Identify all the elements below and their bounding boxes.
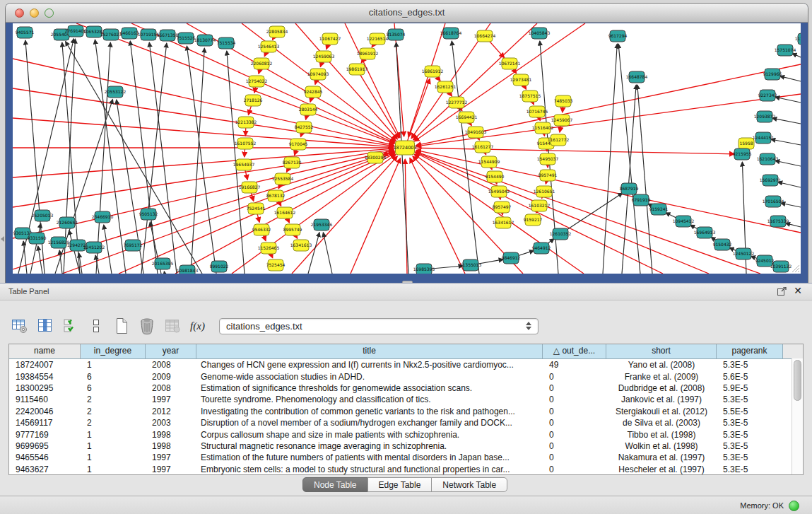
graph-node[interactable]: 8957491 xyxy=(539,170,558,181)
column-header-title[interactable]: title xyxy=(196,344,543,358)
graph-node[interactable]: 7515534 xyxy=(217,37,236,49)
float-window-icon[interactable] xyxy=(777,287,787,296)
graph-node[interactable]: 11544909 xyxy=(478,156,500,168)
graph-node[interactable]: 12610651 xyxy=(534,186,555,197)
graph-node[interactable]: 16694421 xyxy=(456,112,478,123)
graph-node[interactable]: 11675339 xyxy=(767,216,789,227)
graph-node[interactable]: 9331590 xyxy=(28,233,47,244)
graph-edge[interactable] xyxy=(780,76,801,81)
graph-node[interactable]: 10974093 xyxy=(307,69,329,80)
graph-edge[interactable] xyxy=(792,54,801,57)
column-header-in-degree[interactable]: in_degree xyxy=(81,344,146,358)
graph-node[interactable]: 12093872 xyxy=(754,111,776,122)
resize-grip-icon[interactable] xyxy=(790,263,800,273)
graph-node[interactable]: 12754022 xyxy=(246,76,268,87)
graph-node[interactable]: 19654937 xyxy=(233,159,255,170)
graph-node[interactable]: 9405571 xyxy=(16,27,35,38)
table-row[interactable]: 2242004622012Investigating the contribut… xyxy=(9,406,803,417)
graph-node[interactable]: 20165395 xyxy=(152,258,174,269)
graph-node[interactable]: 9170045 xyxy=(289,139,308,150)
graph-edge[interactable] xyxy=(351,158,401,274)
graph-edge[interactable] xyxy=(415,153,663,274)
graph-node[interactable]: 12459063 xyxy=(313,51,335,62)
tab-node-table[interactable]: Node Table xyxy=(302,477,368,492)
new-column-button[interactable] xyxy=(112,317,131,336)
graph-node[interactable]: 12213382 xyxy=(235,117,257,128)
graph-node[interactable]: 16107552 xyxy=(235,138,257,149)
graph-node[interactable]: 9546332 xyxy=(252,224,271,235)
graph-node[interactable]: 12277712 xyxy=(446,97,468,108)
graph-node[interactable]: 12973481 xyxy=(510,74,532,86)
graph-node[interactable]: 16671358 xyxy=(157,30,179,41)
graph-edge[interactable] xyxy=(96,42,110,274)
graph-edge[interactable] xyxy=(775,97,801,103)
graph-node[interactable]: 16161277 xyxy=(472,141,494,153)
graph-node[interactable]: 9464912 xyxy=(532,243,551,254)
graph-node[interactable]: 9245012 xyxy=(755,255,775,267)
close-window-icon[interactable] xyxy=(15,8,24,18)
delete-column-button[interactable] xyxy=(137,317,156,336)
graph-node[interactable]: 17016504 xyxy=(763,196,784,207)
table-row[interactable]: 946554611997Estimation of the future num… xyxy=(9,452,803,463)
graph-edge[interactable] xyxy=(622,85,636,274)
tab-network-table[interactable]: Network Table xyxy=(431,477,507,492)
graph-edge[interactable] xyxy=(603,44,617,274)
graph-node[interactable]: 18757515 xyxy=(519,90,541,102)
graph-node[interactable]: 7525454 xyxy=(266,259,286,271)
graph-node[interactable]: 15276023 xyxy=(100,29,122,40)
graph-node[interactable]: 12459067 xyxy=(551,115,573,126)
column-header-short[interactable]: short xyxy=(606,344,717,358)
graph-node[interactable]: 15958 xyxy=(739,138,754,149)
close-panel-icon[interactable]: ✕ xyxy=(794,285,802,296)
graph-node[interactable]: 16341613 xyxy=(290,240,312,251)
graph-node[interactable]: 12553584 xyxy=(272,173,294,185)
graph-edge[interactable] xyxy=(104,225,112,274)
graph-edge[interactable] xyxy=(38,246,42,274)
graph-node[interactable]: 22060812 xyxy=(251,58,273,69)
table-row[interactable]: 946362711997Embryonic stem cells: a mode… xyxy=(9,464,803,475)
graph-edge[interactable] xyxy=(452,41,479,274)
table-mode-button[interactable] xyxy=(10,317,29,336)
graph-node[interactable]: 16210643 xyxy=(757,153,779,165)
graph-node[interactable]: 7695172 xyxy=(124,240,143,251)
graph-node[interactable]: 15495042 xyxy=(488,186,510,197)
graph-node[interactable]: 21953346 xyxy=(311,219,333,230)
graph-node[interactable]: 8957497 xyxy=(493,201,512,213)
graph-node[interactable]: 15495037 xyxy=(537,153,559,165)
graph-node[interactable]: 16618764 xyxy=(440,28,462,39)
match-checks-button[interactable] xyxy=(61,317,80,336)
graph-node[interactable]: 9215955 xyxy=(733,148,752,160)
graph-node[interactable]: 12450122 xyxy=(733,248,755,259)
graph-node[interactable]: 16341617 xyxy=(493,217,514,228)
graph-node[interactable]: 25205013 xyxy=(32,210,54,221)
graph-edge[interactable] xyxy=(775,160,801,166)
graph-edge[interactable] xyxy=(405,148,734,154)
graph-node[interactable]: 8267130 xyxy=(283,157,302,168)
graph-node[interactable]: 9617294 xyxy=(608,30,628,42)
graph-edge[interactable] xyxy=(778,182,801,187)
graph-node[interactable]: 2718126 xyxy=(244,95,263,106)
graph-node[interactable]: 10981843 xyxy=(177,265,199,274)
graph-node[interactable]: 20553122 xyxy=(105,86,126,98)
graph-node[interactable]: 8678132 xyxy=(266,190,286,201)
graph-edge[interactable] xyxy=(164,271,165,274)
table-row[interactable]: 1872400712008Changes of HCN gene express… xyxy=(9,359,803,370)
graph-node[interactable]: 11526465 xyxy=(258,243,280,254)
graph-node[interactable]: 10672141 xyxy=(499,58,521,69)
graph-node[interactable]: 19166827 xyxy=(239,182,261,193)
graph-node[interactable]: 15692971 xyxy=(760,175,782,186)
row-height-button[interactable] xyxy=(86,317,105,336)
graph-node[interactable]: 12546413 xyxy=(258,41,280,52)
graph-node[interactable]: 10716745 xyxy=(526,106,548,117)
graph-edge[interactable] xyxy=(772,118,801,124)
graph-node[interactable]: 10664274 xyxy=(474,30,496,42)
graph-node[interactable]: 7485033 xyxy=(554,95,573,107)
graph-node[interactable]: 16164612 xyxy=(274,207,296,218)
graph-edge[interactable] xyxy=(66,41,202,274)
graph-node[interactable]: 9242845 xyxy=(304,86,323,98)
graph-node[interactable]: 21355013 xyxy=(460,259,482,271)
graph-edge[interactable] xyxy=(771,139,801,145)
graph-node[interactable]: 7524541 xyxy=(247,203,266,214)
graph-node[interactable]: 8427552 xyxy=(295,122,314,133)
table-row[interactable]: 969969511998Structural magnetic resonanc… xyxy=(9,440,803,452)
